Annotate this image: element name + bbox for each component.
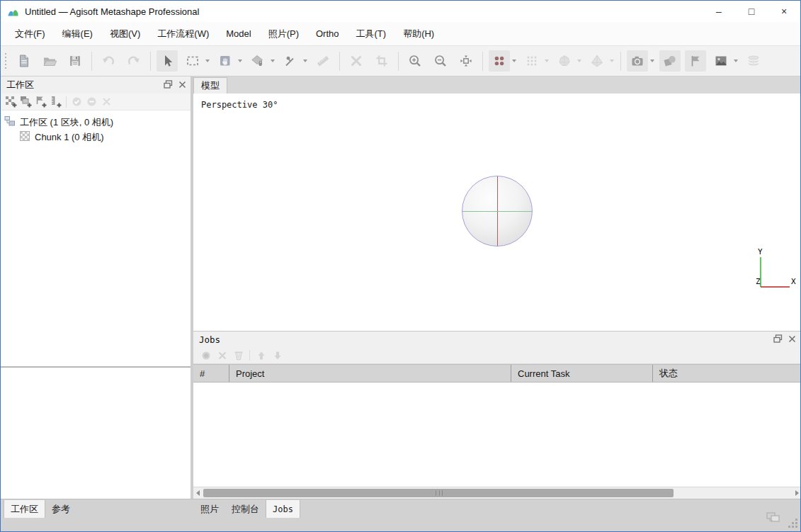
menu-tools[interactable]: 工具(T)	[348, 24, 395, 44]
point-tool-dropdown-icon[interactable]	[303, 60, 307, 62]
rectangle-selection-dropdown-icon[interactable]	[205, 60, 210, 62]
view-tab-strip: 模型	[193, 77, 801, 94]
save-project-button[interactable]	[64, 50, 86, 72]
tree-item-chunk-1[interactable]: Chunk 1 (0 相机)	[1, 130, 191, 145]
crop-button[interactable]	[371, 50, 392, 72]
show-cameras-button[interactable]	[489, 50, 510, 72]
main-toolbar	[1, 45, 800, 77]
ortho-view-button[interactable]	[710, 50, 732, 72]
left-panel-splitter[interactable]	[1, 366, 191, 368]
column-header-project[interactable]: Project	[229, 365, 511, 382]
app-logo-icon	[7, 6, 19, 18]
point-cloud-button[interactable]	[521, 50, 542, 72]
add-scalebar-button[interactable]	[48, 95, 63, 109]
column-header-number[interactable]: #	[193, 365, 229, 382]
remove-item-button[interactable]	[99, 95, 114, 109]
point-cloud-dropdown-icon[interactable]	[545, 60, 549, 62]
workspace-close-button[interactable]	[178, 80, 186, 91]
delete-selection-button[interactable]	[346, 50, 367, 72]
navigation-tool-button[interactable]	[215, 50, 236, 72]
tab-workspace[interactable]: 工作区	[4, 500, 45, 518]
clear-jobs-button[interactable]	[230, 349, 246, 363]
add-marker-button[interactable]	[33, 95, 48, 109]
selection-tool-button[interactable]	[157, 50, 178, 72]
tab-photos[interactable]: 照片	[194, 500, 225, 518]
toolbar-separator	[91, 52, 92, 71]
cancel-job-button[interactable]	[214, 349, 230, 363]
dem-view-button[interactable]	[743, 50, 764, 72]
menu-edit[interactable]: 编辑(E)	[54, 24, 101, 44]
ortho-view-dropdown-icon[interactable]	[734, 60, 738, 62]
tab-reference[interactable]: 参考	[45, 500, 76, 518]
menu-help[interactable]: 帮助(H)	[394, 24, 443, 44]
tab-console[interactable]: 控制台	[225, 500, 266, 518]
add-chunk-button[interactable]	[4, 95, 18, 109]
workspace-panel: 工作区	[1, 77, 191, 499]
tab-model[interactable]: 模型	[193, 77, 227, 94]
photos-pane-button[interactable]	[627, 50, 648, 72]
axis-x-label: X	[791, 277, 796, 286]
scroll-right-arrow-icon[interactable]	[795, 490, 799, 496]
show-cameras-dropdown-icon[interactable]	[512, 60, 516, 62]
tree-item-workspace-root[interactable]: 工作区 (1 区块, 0 相机)	[1, 115, 191, 130]
menu-bar: 文件(F) 编辑(E) 视图(V) 工作流程(W) Model 照片(P) Or…	[1, 22, 800, 45]
toolbar-separator	[620, 52, 621, 71]
menu-file[interactable]: 文件(F)	[6, 24, 54, 44]
workspace-float-button[interactable]	[164, 80, 173, 91]
window-title: Untitled — Agisoft Metashape Professiona…	[25, 6, 199, 17]
rotate-object-dropdown-icon[interactable]	[271, 60, 275, 62]
open-project-button[interactable]	[39, 50, 60, 72]
column-header-current-task[interactable]: Current Task	[511, 365, 653, 382]
column-header-status[interactable]: 状态	[653, 365, 801, 382]
zoom-out-button[interactable]	[430, 50, 451, 72]
markers-button[interactable]	[685, 50, 706, 72]
new-project-button[interactable]	[13, 50, 35, 72]
menu-view[interactable]: 视图(V)	[101, 24, 149, 44]
menu-ortho[interactable]: Ortho	[307, 25, 348, 43]
close-button[interactable]: ×	[768, 1, 800, 22]
tab-jobs[interactable]: Jobs	[266, 500, 300, 518]
move-job-down-button[interactable]	[269, 349, 285, 363]
rectangle-selection-tool-button[interactable]	[182, 50, 203, 72]
scroll-left-arrow-icon[interactable]	[196, 490, 200, 496]
shapes-button[interactable]	[659, 50, 681, 72]
model-view-button[interactable]	[586, 50, 608, 72]
title-bar: Untitled — Agisoft Metashape Professiona…	[1, 1, 800, 22]
tie-points-dropdown-icon[interactable]	[577, 60, 581, 62]
add-photos-button[interactable]	[18, 95, 33, 109]
jobs-float-button[interactable]	[773, 334, 783, 345]
bottom-bar: 工作区 参考 照片 控制台 Jobs	[1, 499, 800, 532]
jobs-close-button[interactable]	[788, 334, 796, 345]
scrollbar-thumb[interactable]	[203, 489, 674, 497]
network-status-icon	[766, 512, 782, 526]
fit-view-button[interactable]	[455, 50, 477, 72]
model-view-dropdown-icon[interactable]	[610, 60, 614, 62]
disable-item-button[interactable]	[84, 95, 99, 109]
window-resize-grip[interactable]	[788, 518, 798, 531]
menu-model[interactable]: Model	[217, 25, 259, 43]
enable-item-button[interactable]	[69, 95, 84, 109]
toolbar-separator	[150, 52, 151, 71]
navigation-dropdown-icon[interactable]	[238, 60, 242, 62]
jobs-horizontal-scrollbar[interactable]	[193, 487, 801, 499]
ruler-tool-button[interactable]	[312, 50, 334, 72]
pause-job-button[interactable]	[198, 349, 214, 363]
redo-button[interactable]	[123, 50, 144, 72]
jobs-panel-title: Jobs	[199, 334, 220, 345]
menu-photo[interactable]: 照片(P)	[260, 24, 307, 44]
model-viewport[interactable]: Perspective 30° Y Z X	[193, 94, 801, 331]
photos-pane-dropdown-icon[interactable]	[650, 60, 654, 62]
workspace-root-icon	[4, 115, 16, 129]
workspace-panel-header: 工作区	[1, 77, 191, 94]
zoom-in-button[interactable]	[404, 50, 426, 72]
toolbar-drag-handle[interactable]	[5, 53, 6, 69]
rotate-object-tool-button[interactable]	[247, 50, 268, 72]
jobs-table-header: # Project Current Task 状态	[193, 364, 801, 383]
move-job-up-button[interactable]	[253, 349, 269, 363]
tie-points-button[interactable]	[554, 50, 575, 72]
minimize-button[interactable]: –	[703, 1, 735, 22]
maximize-button[interactable]: □	[735, 1, 768, 22]
menu-workflow[interactable]: 工作流程(W)	[149, 24, 217, 44]
point-tool-button[interactable]	[280, 50, 301, 72]
undo-button[interactable]	[98, 50, 119, 72]
